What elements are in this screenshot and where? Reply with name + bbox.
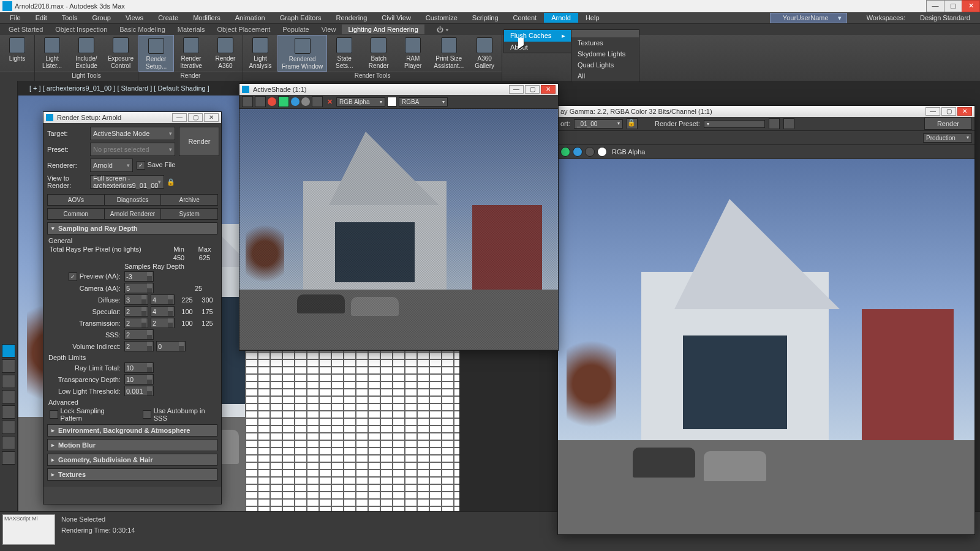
ribbon-ram-button[interactable]: RAMPlayer [396,35,430,72]
menu-animation[interactable]: Animation [228,13,273,23]
ribbon-light-button[interactable]: LightAnalysis [243,35,277,72]
copy-icon[interactable] [255,96,266,107]
menu-file[interactable]: File [2,13,28,23]
view-select[interactable]: Full screen - archexteriors9_01_00 [90,175,164,189]
save-file-check[interactable]: ✓ [137,161,145,170]
lock-icon[interactable]: 🔒 [167,178,175,186]
preset-edit-icon[interactable] [783,118,794,129]
alpha-icon[interactable] [597,147,607,157]
target-select[interactable]: ActiveShade Mode [90,127,175,140]
samples-spinner[interactable]: 2 [124,329,154,340]
maxscript-listener[interactable]: MAXScript Mi [2,514,55,545]
menu-tools[interactable]: Tools [55,13,85,23]
submenu-textures[interactable]: Textures [571,37,639,48]
ribbon-a-button[interactable]: A360Gallery [467,35,502,72]
depth-spinner[interactable]: 0 [156,341,186,351]
clear-icon[interactable]: ✕ [325,98,334,106]
blue-icon[interactable] [291,97,300,106]
section-environment[interactable]: Environment, Background & Atmosphere [47,424,217,437]
ribbon-batch-button[interactable]: BatchRender [361,35,396,72]
depth-spinner[interactable]: 4 [151,306,175,317]
samples-spinner[interactable]: 2 [124,318,148,328]
rgb-blue-icon[interactable] [573,147,582,157]
rfw-titlebar[interactable]: ay Gamma: 2.2, RGBA Color 32 Bits/Channe… [558,106,974,117]
save-icon[interactable] [242,96,253,107]
rfw-channel-select[interactable]: RGB Alpha [612,148,645,156]
samples-spinner[interactable]: -3 [124,271,154,282]
as-max-button[interactable]: ▢ [525,85,540,94]
ribbon-rendered-button[interactable]: RenderedFrame Window [277,35,327,72]
section-motionblur[interactable]: Motion Blur [47,439,217,451]
section-sampling[interactable]: Sampling and Ray Depth [47,222,217,234]
renderer-select[interactable]: Arnold [90,159,133,172]
mode-select[interactable]: RGBA [399,97,448,107]
rfw-render-button[interactable]: Render [924,118,972,130]
lock-sampling-check[interactable] [50,410,58,419]
section-geometry[interactable]: Geometry, Subdivision & Hair [47,454,217,466]
ribbon-lights-button[interactable]: Lights [0,35,34,72]
depth-spinner[interactable]: 2 [151,318,175,328]
tab-diagnostics[interactable]: Diagnostics [104,194,162,206]
strip-btn[interactable] [2,390,15,403]
low-light-spinner[interactable]: 0.001 [124,386,154,396]
tab-common[interactable]: Common [47,208,105,220]
preset-select[interactable]: No preset selected [90,143,175,156]
menu-arnold[interactable]: Arnold [544,13,578,23]
rfw-max-button[interactable]: ▢ [941,107,956,116]
tab-objectplacement[interactable]: Object Placement [211,24,276,34]
samples-spinner[interactable]: 5 [124,283,154,293]
ray-limit-spinner[interactable]: 10 [124,362,154,373]
tab-arnold-renderer[interactable]: Arnold Renderer [104,208,162,220]
menu-edit[interactable]: Edit [28,13,55,23]
strip-btn[interactable] [2,375,15,388]
alpha-icon[interactable] [312,96,323,107]
workspace-selector[interactable]: Design Standard [913,13,978,23]
ribbon-include-button[interactable]: Include/Exclude [69,35,104,72]
dlg-max-button[interactable]: ▢ [188,113,203,122]
samples-spinner[interactable]: 3 [124,294,148,305]
ribbon-render-button[interactable]: RenderA360 [208,35,243,72]
tab-lightingrendering[interactable]: Lighting And Rendering [342,24,424,34]
user-account[interactable]: YourUserName ▾ [770,13,847,23]
as-min-button[interactable]: — [509,85,524,94]
submenu-skydome[interactable]: Skydome Lights [571,48,639,59]
close-button[interactable]: ✕ [962,0,980,12]
menu-grapheditors[interactable]: Graph Editors [273,13,329,23]
dlg-min-button[interactable]: — [172,113,187,122]
ribbon-render-button[interactable]: RenderIterative [174,35,208,72]
rgb-green-icon[interactable] [560,147,570,157]
ribbon-exposure-button[interactable]: ExposureControl [104,35,138,72]
menu-group[interactable]: Group [85,13,118,23]
transp-depth-spinner[interactable]: 10 [124,374,154,384]
mono-icon[interactable] [585,147,595,157]
menu-about[interactable]: About [504,42,571,53]
strip-btn[interactable] [2,451,15,465]
restore-button[interactable]: ▢ [944,0,962,12]
rfw-min-button[interactable]: — [925,107,940,116]
tab-objectinspection[interactable]: Object Inspection [49,24,113,34]
ribbon-state-button[interactable]: StateSets... [327,35,361,72]
preset-save-icon[interactable] [769,118,780,129]
ribbon-render-button[interactable]: RenderSetup... [138,35,174,72]
ribbon-printsize-button[interactable]: Print SizeAssistant... [430,35,467,72]
samples-spinner[interactable]: 2 [124,341,154,351]
activeshade-titlebar[interactable]: ActiveShade (1:1) — ▢ ✕ [239,84,558,95]
channel-select[interactable]: RGB Alpha [336,97,385,107]
strip-btn[interactable] [2,359,15,373]
tab-materials[interactable]: Materials [172,24,211,34]
menu-customize[interactable]: Customize [418,13,465,23]
strip-btn[interactable] [2,421,15,434]
strip-btn[interactable] [2,436,15,449]
menu-help[interactable]: Help [578,13,607,23]
autobump-check[interactable] [143,410,151,419]
green-icon[interactable] [278,96,289,107]
menu-content[interactable]: Content [506,13,545,23]
minimize-button[interactable]: — [926,0,944,12]
dlg-close-button[interactable]: ✕ [204,113,219,122]
production-select[interactable]: Production [923,133,972,143]
swatch-icon[interactable] [387,97,397,107]
menu-modifiers[interactable]: Modifiers [186,13,228,23]
preset-select[interactable] [704,120,765,128]
menu-views[interactable]: Views [118,13,151,23]
menu-flush-caches[interactable]: Flush Caches▸ [504,30,571,42]
